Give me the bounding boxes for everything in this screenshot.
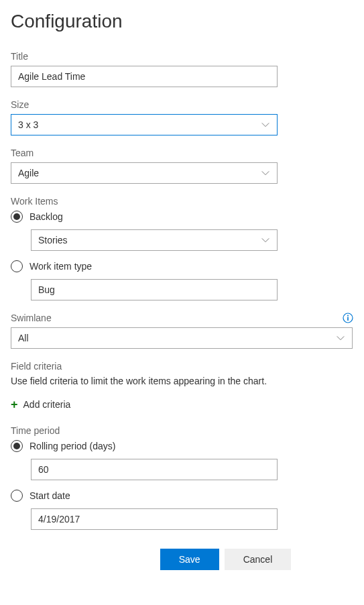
fieldcriteria-label: Field criteria — [11, 361, 353, 372]
workitems-label: Work Items — [11, 196, 353, 207]
timeperiod-label: Time period — [11, 425, 353, 436]
startdate-radio-label: Start date — [29, 490, 70, 501]
add-criteria-label: Add criteria — [23, 399, 71, 410]
size-label: Size — [11, 99, 353, 110]
size-select[interactable]: 3 x 3 — [11, 114, 278, 135]
startdate-radio-row[interactable]: Start date — [11, 490, 353, 502]
swimlane-label: Swimlane — [11, 313, 52, 323]
team-value: Agile — [18, 168, 39, 178]
team-label: Team — [11, 148, 353, 158]
rolling-radio-label: Rolling period (days) — [29, 441, 115, 451]
backlog-select[interactable]: Stories — [31, 229, 278, 251]
title-label: Title — [11, 51, 353, 62]
page-title: Configuration — [11, 11, 353, 32]
swimlane-value: All — [18, 333, 29, 343]
startdate-input-field[interactable] — [38, 509, 270, 529]
chevron-down-icon — [261, 120, 270, 129]
backlog-value: Stories — [38, 235, 68, 245]
swimlane-select[interactable]: All — [11, 327, 353, 349]
backlog-radio-row[interactable]: Backlog — [11, 211, 353, 223]
backlog-radio[interactable] — [11, 211, 23, 223]
size-value: 3 x 3 — [18, 119, 38, 130]
chevron-down-icon — [336, 333, 345, 343]
rolling-radio-row[interactable]: Rolling period (days) — [11, 440, 353, 452]
svg-point-1 — [347, 315, 349, 317]
svg-rect-2 — [347, 317, 349, 321]
chevron-down-icon — [261, 235, 270, 245]
rolling-input-field[interactable] — [38, 459, 270, 480]
add-criteria-button[interactable]: + Add criteria — [11, 398, 353, 410]
save-button[interactable]: Save — [160, 549, 219, 570]
rolling-input[interactable] — [31, 459, 278, 480]
team-select[interactable]: Agile — [11, 162, 278, 184]
workitemtype-radio-row[interactable]: Work item type — [11, 260, 353, 272]
plus-icon: + — [11, 398, 18, 410]
workitemtype-select[interactable]: Bug — [31, 279, 278, 300]
fieldcriteria-description: Use field criteria to limit the work ite… — [11, 376, 353, 386]
workitemtype-radio[interactable] — [11, 260, 23, 272]
rolling-radio[interactable] — [11, 440, 23, 452]
title-input-field[interactable] — [18, 66, 270, 87]
chevron-down-icon — [261, 168, 270, 178]
workitemtype-value: Bug — [38, 284, 55, 295]
backlog-radio-label: Backlog — [29, 211, 63, 222]
startdate-radio[interactable] — [11, 490, 23, 502]
workitemtype-radio-label: Work item type — [29, 261, 92, 272]
info-icon[interactable] — [343, 313, 353, 323]
title-input[interactable] — [11, 66, 278, 87]
startdate-input[interactable] — [31, 508, 278, 530]
cancel-button[interactable]: Cancel — [225, 549, 292, 570]
